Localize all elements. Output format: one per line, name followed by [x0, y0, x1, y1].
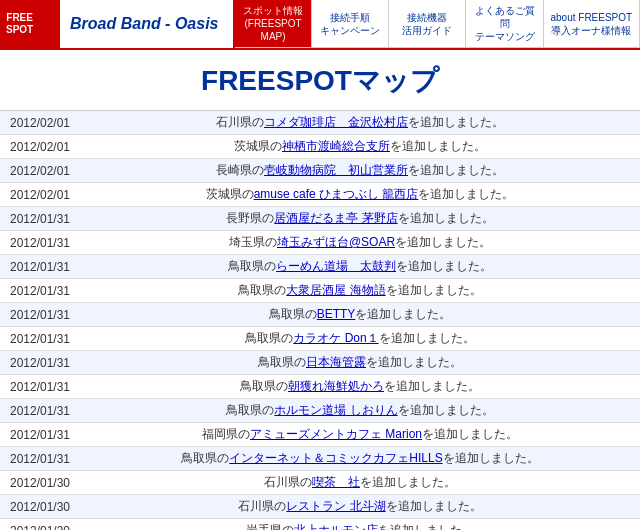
nav-about[interactable]: about FREESPOT導入オーナ様情報	[544, 0, 640, 48]
entry-link[interactable]: 神栖市渡崎総合支所	[282, 139, 390, 153]
entry-link[interactable]: 朝獲れ海鮮処かろ	[288, 379, 384, 393]
entry-info: 茨城県のamuse cafe ひまつぶし 籠西店を追加しました。	[80, 183, 640, 207]
entry-suffix: を追加しました。	[396, 259, 492, 273]
entry-date: 2012/01/30	[0, 519, 80, 531]
entry-prefix: 鳥取県の	[226, 403, 274, 417]
entry-info: 茨城県の神栖市渡崎総合支所を追加しました。	[80, 135, 640, 159]
entry-suffix: を追加しました。	[398, 211, 494, 225]
entry-link[interactable]: アミューズメントカフェ Marion	[250, 427, 422, 441]
entry-link[interactable]: 居酒屋だるま亭 茅野店	[274, 211, 397, 225]
entry-link[interactable]: 壱岐動物病院 初山営業所	[264, 163, 408, 177]
entry-link[interactable]: BETTY	[317, 307, 356, 321]
table-row: 2012/01/31鳥取県のインターネット＆コミックカフェHILLSを追加しまし…	[0, 447, 640, 471]
entry-suffix: を追加しました。	[398, 403, 494, 417]
entry-link[interactable]: 日本海管露	[306, 355, 366, 369]
entry-link[interactable]: 喫茶 社	[312, 475, 360, 489]
nav-area: スポット情報(FREESPOT MAP) 接続手順キャンペーン 接続機器活用ガイ…	[235, 0, 640, 48]
entry-link[interactable]: 埼玉みずほ台@SOAR	[277, 235, 395, 249]
entry-date: 2012/01/31	[0, 423, 80, 447]
entry-prefix: 石川県の	[216, 115, 264, 129]
table-row: 2012/01/30石川県のレストラン 北斗湖を追加しました。	[0, 495, 640, 519]
entry-info: 長崎県の壱岐動物病院 初山営業所を追加しました。	[80, 159, 640, 183]
entry-prefix: 鳥取県の	[240, 379, 288, 393]
logo-icon: FREESPOT	[6, 12, 33, 36]
entry-info: 石川県のレストラン 北斗湖を追加しました。	[80, 495, 640, 519]
table-row: 2012/01/30岩手県の北上ホルモン店を追加しました。	[0, 519, 640, 531]
entry-suffix: を追加しました。	[366, 355, 462, 369]
entries-table: 2012/02/01石川県のコメダ珈琲店 金沢松村店を追加しました。2012/0…	[0, 111, 640, 530]
header: FREESPOT Broad Band - Oasis スポット情報(FREES…	[0, 0, 640, 50]
table-row: 2012/02/01石川県のコメダ珈琲店 金沢松村店を追加しました。	[0, 111, 640, 135]
entry-suffix: を追加しました。	[408, 163, 504, 177]
entry-info: 鳥取県のBETTYを追加しました。	[80, 303, 640, 327]
entry-prefix: 福岡県の	[202, 427, 250, 441]
table-row: 2012/01/31鳥取県のホルモン道場 しおりんを追加しました。	[0, 399, 640, 423]
entry-link[interactable]: 大衆居酒屋 海物語	[286, 283, 385, 297]
entry-info: 鳥取県のらーめん道場 太鼓判を追加しました。	[80, 255, 640, 279]
entry-suffix: を追加しました。	[379, 331, 475, 345]
nav-connection-steps[interactable]: 接続手順キャンペーン	[312, 0, 389, 48]
entry-date: 2012/01/31	[0, 207, 80, 231]
entry-link[interactable]: インターネット＆コミックカフェHILLS	[229, 451, 442, 465]
entry-suffix: を追加しました。	[384, 379, 480, 393]
brand-title: Broad Band - Oasis	[70, 15, 218, 33]
entry-info: 鳥取県のホルモン道場 しおりんを追加しました。	[80, 399, 640, 423]
entry-suffix: を追加しました。	[443, 451, 539, 465]
entry-link[interactable]: 北上ホルモン店	[294, 523, 378, 530]
entry-prefix: 長崎県の	[216, 163, 264, 177]
entry-date: 2012/01/31	[0, 303, 80, 327]
entry-info: 鳥取県の朝獲れ海鮮処かろを追加しました。	[80, 375, 640, 399]
entry-date: 2012/01/31	[0, 399, 80, 423]
entry-info: 鳥取県のカラオケ Don１を追加しました。	[80, 327, 640, 351]
entry-suffix: を追加しました。	[360, 475, 456, 489]
entry-date: 2012/01/30	[0, 495, 80, 519]
table-row: 2012/01/31鳥取県の日本海管露を追加しました。	[0, 351, 640, 375]
entry-info: 福岡県のアミューズメントカフェ Marionを追加しました。	[80, 423, 640, 447]
entry-link[interactable]: らーめん道場 太鼓判	[276, 259, 396, 273]
entry-prefix: 茨城県の	[206, 187, 254, 201]
table-row: 2012/01/31長野県の居酒屋だるま亭 茅野店を追加しました。	[0, 207, 640, 231]
entry-suffix: を追加しました。	[395, 235, 491, 249]
nav-row: スポット情報(FREESPOT MAP) 接続手順キャンペーン 接続機器活用ガイ…	[235, 0, 640, 48]
table-row: 2012/02/01茨城県のamuse cafe ひまつぶし 籠西店を追加しまし…	[0, 183, 640, 207]
entry-suffix: を追加しました。	[378, 523, 474, 530]
nav-spot-info[interactable]: スポット情報(FREESPOT MAP)	[235, 0, 312, 48]
entry-link[interactable]: amuse cafe ひまつぶし 籠西店	[254, 187, 419, 201]
entry-prefix: 鳥取県の	[245, 331, 293, 345]
entry-suffix: を追加しました。	[408, 115, 504, 129]
entry-date: 2012/02/01	[0, 135, 80, 159]
entry-prefix: 埼玉県の	[229, 235, 277, 249]
entry-link[interactable]: コメダ珈琲店 金沢松村店	[264, 115, 408, 129]
nav-devices[interactable]: 接続機器活用ガイド	[389, 0, 466, 48]
entry-date: 2012/01/31	[0, 327, 80, 351]
entry-prefix: 鳥取県の	[269, 307, 317, 321]
entry-link[interactable]: ホルモン道場 しおりん	[274, 403, 397, 417]
entry-suffix: を追加しました。	[418, 187, 514, 201]
entry-date: 2012/01/31	[0, 447, 80, 471]
entry-info: 鳥取県の大衆居酒屋 海物語を追加しました。	[80, 279, 640, 303]
entry-info: 石川県の喫茶 社を追加しました。	[80, 471, 640, 495]
entry-suffix: を追加しました。	[386, 499, 482, 513]
entry-suffix: を追加しました。	[390, 139, 486, 153]
entry-prefix: 茨城県の	[234, 139, 282, 153]
table-row: 2012/01/31鳥取県の朝獲れ海鮮処かろを追加しました。	[0, 375, 640, 399]
entry-prefix: 鳥取県の	[181, 451, 229, 465]
entry-link[interactable]: レストラン 北斗湖	[286, 499, 385, 513]
nav-faq[interactable]: よくあるご質問テーマソング	[466, 0, 543, 48]
entry-date: 2012/01/31	[0, 351, 80, 375]
entry-suffix: を追加しました。	[386, 283, 482, 297]
table-row: 2012/01/31鳥取県のBETTYを追加しました。	[0, 303, 640, 327]
entry-link[interactable]: カラオケ Don１	[293, 331, 378, 345]
brand-area: Broad Band - Oasis	[60, 0, 235, 48]
entry-info: 岩手県の北上ホルモン店を追加しました。	[80, 519, 640, 531]
entry-date: 2012/01/30	[0, 471, 80, 495]
entry-date: 2012/02/01	[0, 111, 80, 135]
entry-date: 2012/01/31	[0, 255, 80, 279]
entry-prefix: 石川県の	[264, 475, 312, 489]
table-row: 2012/01/31埼玉県の埼玉みずほ台@SOARを追加しました。	[0, 231, 640, 255]
table-row: 2012/01/31鳥取県のらーめん道場 太鼓判を追加しました。	[0, 255, 640, 279]
table-row: 2012/02/01長崎県の壱岐動物病院 初山営業所を追加しました。	[0, 159, 640, 183]
entry-info: 石川県のコメダ珈琲店 金沢松村店を追加しました。	[80, 111, 640, 135]
entry-date: 2012/02/01	[0, 183, 80, 207]
entry-date: 2012/01/31	[0, 375, 80, 399]
